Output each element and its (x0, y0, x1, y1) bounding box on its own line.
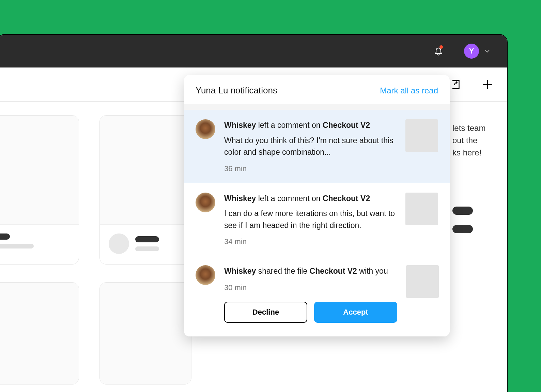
user-menu[interactable]: Y (464, 44, 490, 59)
notification-message: What do you think of this? I'm not sure … (224, 135, 397, 158)
notifications-button[interactable] (433, 46, 444, 56)
notification-thumbnail (405, 193, 438, 225)
chevron-down-icon (484, 49, 490, 53)
placeholder-bar (452, 207, 473, 215)
notification-message: I can do a few more iterations on this, … (224, 208, 397, 231)
notification-time: 34 min (224, 237, 397, 246)
file-preview (0, 283, 79, 385)
notification-headline: Whiskey left a comment on Checkout V2 (224, 119, 397, 131)
desc-line: out the (452, 134, 497, 147)
file-title-placeholder (135, 236, 159, 242)
desc-line: lets team (452, 122, 497, 134)
panel-title: Yuna Lu notifications (196, 85, 277, 96)
decline-button[interactable]: Decline (224, 302, 307, 323)
notification-item[interactable]: Whiskey shared the file Checkout V2 with… (184, 256, 450, 336)
file-title-placeholder (0, 233, 10, 240)
actor-avatar (196, 265, 215, 285)
notification-thumbnail (405, 119, 438, 152)
file-preview (100, 283, 191, 385)
file-subtitle-placeholder (0, 244, 34, 248)
plus-icon[interactable] (482, 79, 493, 90)
placeholder-bar (452, 225, 473, 233)
panel-header: Yuna Lu notifications Mark all as read (184, 75, 450, 104)
file-meta (0, 225, 79, 259)
file-grid-row-2 (0, 282, 205, 385)
notification-item[interactable]: Whiskey left a comment on Checkout V2 Wh… (184, 110, 450, 183)
notification-thumbnail (406, 265, 439, 298)
notification-actions: Decline Accept (224, 302, 397, 323)
file-meta (100, 225, 191, 264)
titlebar: Y (0, 35, 507, 67)
file-owner-avatar (109, 233, 129, 254)
notification-time: 30 min (224, 283, 397, 292)
accept-button[interactable]: Accept (314, 302, 397, 323)
team-description: lets team out the ks here! (452, 122, 497, 233)
desc-line: ks here! (452, 147, 497, 159)
file-preview (100, 116, 191, 225)
file-card[interactable] (0, 282, 79, 385)
notification-headline: Whiskey left a comment on Checkout V2 (224, 193, 397, 205)
actor-avatar (196, 193, 215, 212)
notification-item[interactable]: Whiskey left a comment on Checkout V2 I … (184, 183, 450, 256)
notification-headline: Whiskey shared the file Checkout V2 with… (224, 265, 397, 277)
user-avatar: Y (464, 44, 479, 59)
notification-time: 36 min (224, 164, 397, 173)
notifications-panel: Yuna Lu notifications Mark all as read W… (184, 75, 450, 336)
notification-indicator (439, 45, 443, 49)
import-icon[interactable] (450, 78, 463, 91)
file-preview (0, 116, 79, 225)
panel-divider (184, 104, 450, 110)
mark-all-read-link[interactable]: Mark all as read (380, 86, 438, 95)
file-card[interactable] (0, 115, 79, 265)
actor-avatar (196, 119, 215, 139)
file-card[interactable] (99, 115, 191, 265)
file-subtitle-placeholder (135, 246, 159, 251)
file-card[interactable] (99, 282, 191, 385)
